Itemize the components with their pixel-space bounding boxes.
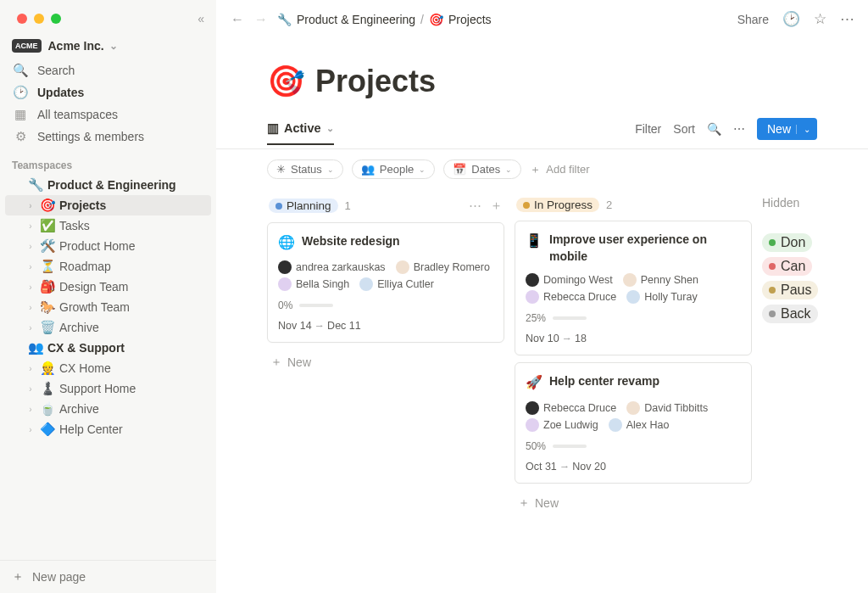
nav-back[interactable]: ← bbox=[230, 12, 245, 27]
caret-icon[interactable]: › bbox=[25, 364, 36, 373]
teamspace-header[interactable]: ›🔧Product & Engineering bbox=[5, 175, 211, 195]
add-card-button[interactable]: ＋New bbox=[515, 490, 752, 516]
new-button[interactable]: New ⌄ bbox=[757, 118, 817, 140]
minimize-window[interactable] bbox=[34, 14, 44, 24]
caret-icon[interactable]: › bbox=[25, 242, 36, 251]
chevron-down-icon: ⌄ bbox=[327, 165, 334, 174]
caret-icon[interactable]: › bbox=[25, 384, 36, 394]
breadcrumb: 🔧 Product & Engineering / 🎯 Projects bbox=[277, 13, 492, 26]
hidden-group[interactable]: Can bbox=[762, 257, 812, 276]
page-icon: 🛠️ bbox=[39, 238, 56, 254]
collapse-sidebar-icon[interactable]: « bbox=[198, 12, 204, 25]
page-icon: 🍵 bbox=[39, 401, 56, 417]
filter-status[interactable]: ✳ Status ⌄ bbox=[267, 159, 343, 179]
sidebar-page-item[interactable]: ›🐎Growth Team bbox=[5, 297, 211, 317]
teamspace-name: Product & Engineering bbox=[47, 178, 176, 192]
view-bar: ▥ Active ⌄ Filter Sort 🔍 ⋯ New ⌄ bbox=[216, 108, 868, 149]
workspace-switcher[interactable]: ACME Acme Inc. ⌄ bbox=[0, 24, 216, 59]
caret-icon[interactable]: › bbox=[25, 303, 36, 312]
close-window[interactable] bbox=[17, 14, 27, 24]
status-tag[interactable]: In Progress bbox=[516, 198, 599, 212]
teamspace-header[interactable]: ›👥CX & Support bbox=[5, 338, 211, 358]
breadcrumb-current[interactable]: Projects bbox=[448, 13, 492, 26]
person-name: Penny Shen bbox=[641, 274, 698, 286]
plus-icon: ＋ bbox=[12, 569, 24, 585]
sidebar-search-label: Search bbox=[37, 64, 75, 77]
view-tab-active[interactable]: ▥ Active ⌄ bbox=[267, 121, 334, 145]
new-page-button[interactable]: ＋ New page bbox=[0, 560, 216, 593]
board-card[interactable]: 📱Improve user experience on mobile Domin… bbox=[515, 221, 752, 355]
sidebar-page-item[interactable]: ›🗑️Archive bbox=[5, 317, 211, 338]
board: Planning 1 ⋯＋ 🌐Website redesign andrea z… bbox=[216, 189, 868, 533]
person-name: Zoe Ludwig bbox=[543, 419, 598, 431]
caret-icon[interactable]: › bbox=[25, 323, 36, 333]
main-area: ← → 🔧 Product & Engineering / 🎯 Projects… bbox=[216, 0, 868, 593]
hidden-group[interactable]: Back bbox=[762, 305, 818, 323]
avatar bbox=[396, 260, 409, 274]
caret-icon[interactable]: › bbox=[25, 262, 36, 271]
column-add-icon[interactable]: ＋ bbox=[490, 198, 503, 214]
person: Rebecca Druce bbox=[526, 401, 616, 415]
page-name: Archive bbox=[59, 321, 99, 334]
add-card-button[interactable]: ＋New bbox=[267, 350, 504, 375]
caret-icon[interactable]: › bbox=[25, 283, 36, 292]
sidebar-page-item[interactable]: ›♟️Support Home bbox=[5, 378, 211, 399]
hidden-group-label: Paus bbox=[781, 283, 811, 298]
maximize-window[interactable] bbox=[51, 14, 61, 24]
add-filter-label: Add filter bbox=[546, 163, 589, 176]
status-dot bbox=[769, 239, 776, 246]
search-view-icon[interactable]: 🔍 bbox=[707, 122, 721, 136]
board-card[interactable]: 🚀Help center revamp Rebecca DruceDavid T… bbox=[515, 362, 752, 483]
filter-people[interactable]: 👥 People ⌄ bbox=[352, 159, 435, 179]
history-icon[interactable]: 🕑 bbox=[782, 10, 800, 28]
person: Bradley Romero bbox=[396, 260, 490, 274]
sidebar-page-item[interactable]: ›🍵Archive bbox=[5, 399, 211, 419]
caret-icon[interactable]: › bbox=[25, 425, 36, 434]
progress-bar bbox=[553, 445, 587, 448]
chevron-updown-icon: ⌄ bbox=[109, 40, 118, 52]
column-more-icon[interactable]: ⋯ bbox=[469, 198, 481, 214]
more-icon[interactable]: ⋯ bbox=[840, 10, 854, 28]
sidebar-page-item[interactable]: ›🎒Design Team bbox=[5, 277, 211, 297]
filter-dates[interactable]: 📅 Dates ⌄ bbox=[443, 159, 521, 179]
sidebar-page-item[interactable]: ›🔷Help Center bbox=[5, 419, 211, 439]
view-more-icon[interactable]: ⋯ bbox=[733, 122, 745, 136]
caret-icon[interactable]: › bbox=[25, 405, 36, 414]
sidebar-page-item[interactable]: ›⏳Roadmap bbox=[5, 256, 211, 277]
card-icon: 🚀 bbox=[526, 373, 542, 392]
sidebar-search[interactable]: 🔍 Search bbox=[0, 59, 216, 81]
page-content: 🎯 Projects ▥ Active ⌄ Filter Sort 🔍 ⋯ Ne… bbox=[216, 38, 868, 533]
filter-button[interactable]: Filter bbox=[635, 122, 661, 136]
hidden-group-label: Can bbox=[781, 259, 805, 274]
person-name: Alex Hao bbox=[626, 419, 670, 431]
sidebar-page-item[interactable]: ›🎯Projects bbox=[5, 195, 211, 215]
filter-people-label: People bbox=[380, 163, 414, 176]
column-count: 2 bbox=[606, 199, 612, 211]
page-title[interactable]: Projects bbox=[315, 64, 436, 99]
sidebar-page-item[interactable]: ›👷CX Home bbox=[5, 358, 211, 378]
sidebar-page-item[interactable]: ›🛠️Product Home bbox=[5, 236, 211, 256]
sidebar-updates[interactable]: 🕑 Updates bbox=[0, 81, 216, 103]
sidebar-page-item[interactable]: ›✅Tasks bbox=[5, 215, 211, 236]
sort-button[interactable]: Sort bbox=[673, 122, 695, 136]
hidden-group[interactable]: Don bbox=[762, 233, 812, 252]
progress-pct: 0% bbox=[278, 299, 292, 311]
caret-icon[interactable]: › bbox=[25, 201, 36, 210]
caret-icon[interactable]: › bbox=[25, 221, 36, 231]
hidden-group[interactable]: Paus bbox=[762, 281, 818, 299]
sidebar-settings[interactable]: ⚙ Settings & members bbox=[0, 126, 216, 148]
sidebar-all-teamspaces[interactable]: ▦ All teamspaces bbox=[0, 103, 216, 126]
nav-forward[interactable]: → bbox=[253, 12, 269, 27]
page-icon: ✅ bbox=[39, 218, 56, 233]
status-tag[interactable]: Planning bbox=[269, 199, 338, 213]
person-name: Bella Singh bbox=[296, 278, 349, 290]
breadcrumb-parent[interactable]: Product & Engineering bbox=[297, 13, 415, 26]
favorite-icon[interactable]: ☆ bbox=[814, 10, 826, 28]
page-header: 🎯 Projects bbox=[216, 47, 868, 108]
add-filter-button[interactable]: ＋ Add filter bbox=[530, 162, 589, 177]
page-icon[interactable]: 🎯 bbox=[267, 64, 305, 99]
avatar bbox=[626, 290, 640, 304]
share-button[interactable]: Share bbox=[737, 13, 769, 26]
filter-status-label: Status bbox=[291, 163, 322, 176]
board-card[interactable]: 🌐Website redesign andrea zarkauskasBradl… bbox=[267, 222, 504, 343]
